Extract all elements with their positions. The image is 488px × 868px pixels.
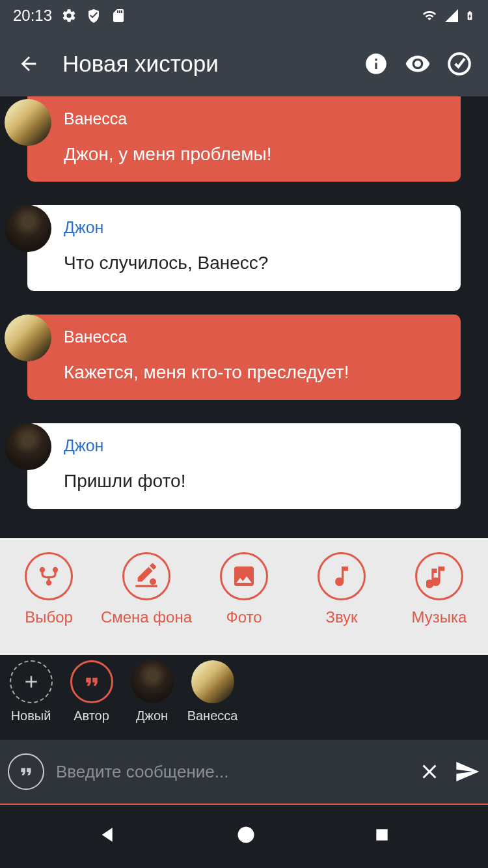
quote-icon xyxy=(70,660,113,703)
avatar[interactable] xyxy=(5,423,51,470)
action-music[interactable]: Музыка xyxy=(392,552,487,627)
action-label: Звук xyxy=(325,608,357,627)
back-button[interactable] xyxy=(16,51,42,77)
battery-icon xyxy=(465,7,475,24)
app-bar: Новая хистори xyxy=(0,31,488,96)
message-item[interactable]: ВанессаДжон, у меня проблемы! xyxy=(27,96,461,182)
triangle-left-icon xyxy=(98,824,118,845)
action-label: Смена фона xyxy=(101,608,192,627)
plus-icon xyxy=(10,660,53,703)
message-item[interactable]: ДжонЧто случилось, Ванесс? xyxy=(27,205,461,290)
note-icon xyxy=(318,552,366,600)
branch-icon xyxy=(25,552,73,600)
action-label: Музыка xyxy=(412,608,467,627)
music-icon xyxy=(415,552,463,600)
done-button[interactable] xyxy=(446,51,472,77)
action-branch[interactable]: Выбор xyxy=(2,552,96,627)
input-author-button[interactable] xyxy=(8,753,44,790)
arrow-left-icon xyxy=(18,53,40,75)
shield-icon xyxy=(86,8,102,23)
status-time: 20:13 xyxy=(13,7,52,25)
svg-point-1 xyxy=(40,567,45,572)
info-button[interactable] xyxy=(363,51,389,77)
nav-recents-button[interactable] xyxy=(373,826,390,846)
message-text: Кажется, меня кто-то преследует! xyxy=(64,361,444,384)
message-sender: Ванесса xyxy=(64,109,444,128)
character-label: Ванесса xyxy=(187,708,238,723)
avatar[interactable] xyxy=(5,315,51,361)
check-circle-icon xyxy=(447,51,472,76)
message-bubble[interactable]: ДжонЧто случилось, Ванесс? xyxy=(27,205,461,290)
eye-icon xyxy=(405,50,431,77)
action-label: Выбор xyxy=(25,608,73,627)
character-john[interactable]: Джон xyxy=(128,660,176,723)
action-note[interactable]: Звук xyxy=(295,552,389,627)
signal-icon xyxy=(444,8,459,23)
photo-icon xyxy=(220,552,268,600)
svg-rect-6 xyxy=(376,829,387,840)
square-icon xyxy=(373,826,390,843)
system-nav-bar xyxy=(0,805,488,867)
message-sender: Джон xyxy=(64,436,444,455)
wifi-icon xyxy=(420,8,439,23)
avatar xyxy=(131,660,174,703)
character-vanessa[interactable]: Ванесса xyxy=(188,660,237,723)
avatar[interactable] xyxy=(5,205,51,252)
avatar[interactable] xyxy=(5,99,51,146)
svg-point-2 xyxy=(53,567,58,572)
character-new[interactable]: Новый xyxy=(7,660,55,723)
action-paint[interactable]: Смена фона xyxy=(100,552,194,627)
status-bar: 20:13 xyxy=(0,0,488,31)
character-author[interactable]: Автор xyxy=(67,660,116,723)
page-title: Новая хистори xyxy=(62,51,342,77)
message-item[interactable]: ДжонПришли фото! xyxy=(27,423,461,509)
info-icon xyxy=(364,51,388,76)
character-label: Новый xyxy=(11,708,51,723)
message-bubble[interactable]: ДжонПришли фото! xyxy=(27,423,461,509)
nav-back-button[interactable] xyxy=(98,824,118,848)
actions-strip: ВыборСмена фонаФотоЗвукМузыка xyxy=(0,538,488,655)
status-left: 20:13 xyxy=(13,7,126,25)
message-input[interactable] xyxy=(56,762,405,782)
svg-point-3 xyxy=(46,580,51,585)
action-label: Фото xyxy=(226,608,262,627)
clear-button[interactable] xyxy=(416,759,442,785)
send-icon xyxy=(454,759,480,785)
message-text: Что случилось, Ванесс? xyxy=(64,251,444,275)
message-item[interactable]: ВанессаКажется, меня кто-то преследует! xyxy=(27,315,461,400)
quote-icon xyxy=(18,763,34,780)
sd-card-icon xyxy=(111,8,126,23)
character-selector: НовыйАвторДжонВанесса xyxy=(0,655,488,740)
message-bubble[interactable]: ВанессаДжон, у меня проблемы! xyxy=(27,96,461,182)
message-sender: Джон xyxy=(64,218,444,237)
character-label: Джон xyxy=(136,708,168,723)
circle-icon xyxy=(236,825,256,845)
send-button[interactable] xyxy=(454,759,480,785)
character-label: Автор xyxy=(74,708,109,723)
preview-button[interactable] xyxy=(405,51,431,77)
gear-icon xyxy=(61,8,77,23)
message-bubble[interactable]: ВанессаКажется, меня кто-то преследует! xyxy=(27,315,461,400)
status-right xyxy=(420,7,475,24)
svg-point-5 xyxy=(237,826,254,843)
message-text: Джон, у меня проблемы! xyxy=(64,143,444,166)
messages-list[interactable]: ВанессаДжон, у меня проблемы!ДжонЧто слу… xyxy=(0,96,488,538)
nav-home-button[interactable] xyxy=(236,825,256,847)
paint-icon xyxy=(122,552,170,600)
avatar xyxy=(191,660,234,703)
message-text: Пришли фото! xyxy=(64,469,444,493)
input-row xyxy=(0,740,488,805)
action-photo[interactable]: Фото xyxy=(197,552,291,627)
close-icon xyxy=(418,760,441,783)
svg-point-4 xyxy=(150,578,156,585)
message-sender: Ванесса xyxy=(64,328,444,346)
